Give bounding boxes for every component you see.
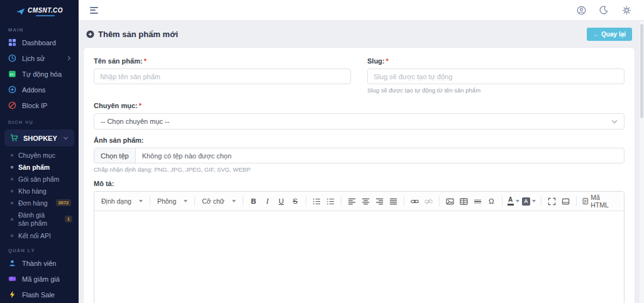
sidebar: CMSNT.CO MAIN Dashboard Lịch sử Tự động … [0, 0, 79, 303]
product-name-label: Tên sản phẩm:* [94, 57, 351, 65]
subitem-label: Gói sản phẩm [18, 175, 59, 183]
sidebar-item-label: Dashboard [22, 39, 56, 47]
unlink-button[interactable] [422, 195, 435, 207]
insert-link-button[interactable] [408, 195, 421, 207]
bullet-icon [11, 166, 13, 168]
product-image-file-input[interactable]: Chọn tệp Không có tệp nào được chọn [94, 148, 625, 163]
category-select[interactable]: -- Chọn chuyên mục -- [94, 113, 625, 129]
settings-gear-icon[interactable] [621, 5, 631, 15]
align-right-button[interactable] [373, 195, 386, 207]
choose-file-button[interactable]: Chọn tệp [94, 148, 136, 163]
subitem-label: Chuyên mục [18, 152, 55, 159]
sidebar-subitem-orders[interactable]: Đơn hàng 3072 [0, 197, 79, 209]
section-label-manage: QUẢN LÝ [0, 241, 79, 255]
main-area: Thêm sản phẩm mới ← Quay lại Tên sản phẩ… [79, 0, 644, 303]
plus-circle-title-icon [86, 30, 94, 38]
sidebar-item-label: Mã giảm giá [22, 275, 60, 283]
user-account-icon[interactable] [576, 5, 586, 15]
sidebar-item-label: Tự động hóa [22, 70, 62, 78]
product-form-card: Tên sản phẩm:* Slug:* Slug sẽ được tạo t… [84, 48, 635, 303]
section-label-main: MAIN [0, 21, 79, 35]
sidebar-item-flash-sale[interactable]: Flash Sale [0, 287, 79, 302]
file-status-text: Không có tệp nào được chọn [136, 152, 238, 160]
page-content: Thêm sản phẩm mới ← Quay lại Tên sản phẩ… [79, 21, 640, 303]
ordered-list-button[interactable] [310, 195, 323, 207]
editor-content-area[interactable] [94, 211, 624, 303]
sidebar-item-label: SHOPKEY [23, 135, 57, 142]
format-dropdown[interactable]: Định dạng [98, 196, 146, 206]
align-center-button[interactable] [359, 195, 372, 207]
insert-table-button[interactable] [457, 195, 470, 207]
font-size-dropdown[interactable]: Cỡ chữ [199, 196, 239, 206]
fullscreen-button[interactable] [545, 195, 558, 207]
caret-down-icon [232, 200, 236, 202]
sidebar-subitem-reviews[interactable]: Đánh giá sản phẩm 1 [0, 209, 79, 229]
sidebar-subitem-category[interactable]: Chuyên mục [0, 149, 79, 161]
sidebar-item-members[interactable]: Thành viên [0, 255, 79, 271]
caret-down-icon [532, 200, 536, 202]
sidebar-item-shopkey[interactable]: SHOPKEY [4, 129, 74, 146]
bullet-icon [11, 234, 13, 237]
ban-icon [8, 101, 16, 110]
bold-button[interactable]: B [247, 195, 260, 207]
caret-down-icon [516, 200, 519, 202]
text-color-button[interactable]: A [506, 195, 520, 207]
section-label-services: DỊCH VỤ [0, 113, 79, 127]
sidebar-item-discounts[interactable]: Mã giảm giá [0, 271, 79, 287]
show-blocks-button[interactable] [559, 195, 572, 207]
sidebar-item-automation[interactable]: Tự động hóa [0, 66, 79, 82]
page-scrollbar[interactable] [640, 21, 644, 303]
sidebar-item-addons[interactable]: Addons [0, 82, 79, 97]
sidebar-item-history[interactable]: Lịch sử [0, 50, 79, 66]
background-color-button[interactable]: A [521, 195, 536, 207]
font-dropdown[interactable]: Phông [154, 196, 191, 206]
subitem-label: Đơn hàng [18, 199, 48, 207]
dark-mode-icon[interactable] [599, 5, 609, 15]
sidebar-subitem-package[interactable]: Gói sản phẩm [0, 173, 79, 185]
bullet-icon [11, 154, 13, 157]
sidebar-item-label: Addons [22, 86, 45, 94]
coupon-icon [8, 275, 16, 284]
plus-circle-icon [8, 85, 16, 94]
strikethrough-button[interactable]: S [289, 195, 302, 207]
align-left-button[interactable] [345, 195, 358, 207]
caret-down-icon [139, 200, 143, 202]
category-label: Chuyên mục:* [94, 102, 625, 109]
product-name-input[interactable] [94, 69, 351, 84]
topbar [79, 0, 644, 21]
reviews-count-badge: 1 [65, 216, 72, 223]
special-char-button[interactable]: Ω [485, 195, 498, 207]
sidebar-subitem-api[interactable]: Kết nối API [0, 229, 79, 241]
align-justify-button[interactable] [387, 195, 400, 207]
brand-logo-icon [16, 8, 25, 16]
description-label: Mô tả: [94, 180, 625, 187]
sidebar-item-label: Thành viên [22, 260, 56, 267]
insert-image-button[interactable] [443, 195, 457, 207]
sidebar-item-label: Flash Sale [22, 291, 55, 299]
lightning-icon [8, 290, 16, 299]
brand-logo[interactable]: CMSNT.CO [0, 0, 79, 21]
html-code-button[interactable]: Mã HTML [580, 195, 620, 207]
sidebar-item-block-ip[interactable]: Block IP [0, 97, 79, 113]
slug-input[interactable] [367, 69, 625, 84]
sidebar-subitem-warehouse[interactable]: Kho hàng [0, 185, 79, 197]
horizontal-rule-button[interactable] [471, 195, 484, 207]
chevron-down-icon [612, 118, 617, 123]
chevron-down-icon [64, 135, 68, 140]
scrollbar-thumb[interactable] [640, 24, 643, 118]
subitem-label: Kết nối API [18, 232, 51, 240]
italic-button[interactable]: I [261, 195, 274, 207]
underline-button[interactable]: U [275, 195, 288, 207]
image-help-text: Chấp nhận định dạng: PNG, JPG, JPEG, GIF… [94, 166, 625, 173]
slug-help-text: Slug sẽ được tạo tự động từ tên sản phẩm [367, 87, 625, 94]
back-button[interactable]: ← Quay lại [587, 28, 632, 41]
sidebar-toggle-button[interactable] [89, 4, 99, 16]
sidebar-item-label: Block IP [22, 102, 47, 109]
unordered-list-button[interactable] [324, 195, 337, 207]
subitem-label: Sản phẩm [18, 163, 50, 171]
slug-label: Slug:* [367, 57, 625, 65]
sidebar-subitem-product[interactable]: Sản phẩm [0, 161, 79, 173]
caret-down-icon [184, 200, 187, 202]
sidebar-item-dashboard[interactable]: Dashboard [0, 35, 79, 50]
bullet-icon [11, 202, 13, 204]
